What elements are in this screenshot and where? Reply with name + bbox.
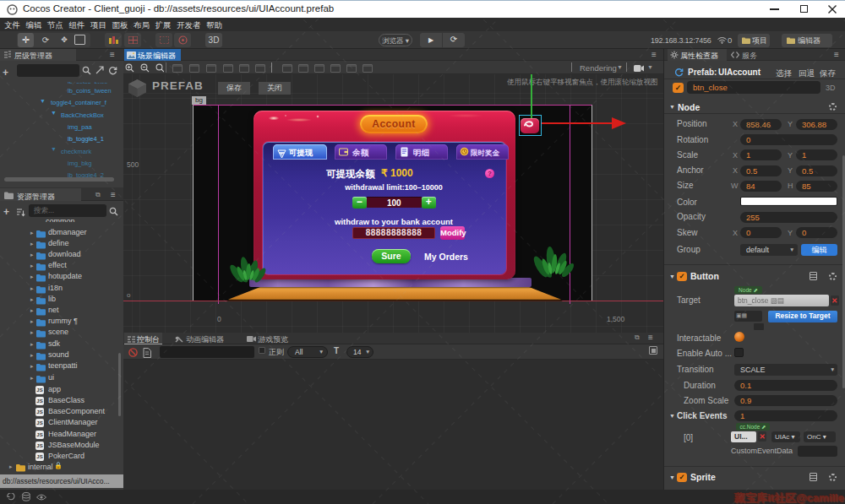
svg-text:₹: ₹ bbox=[280, 152, 283, 157]
